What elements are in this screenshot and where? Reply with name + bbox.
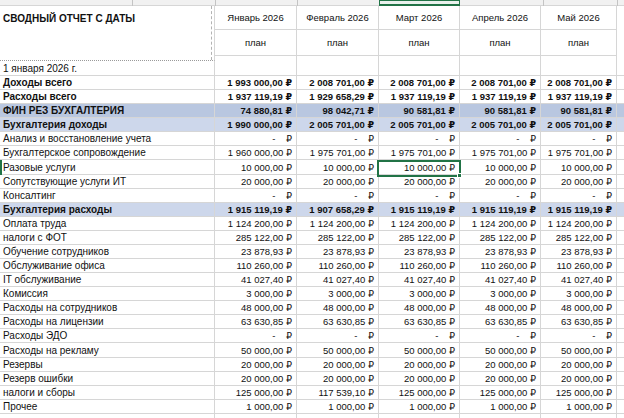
empty-cell[interactable] (617, 245, 624, 259)
value-cell[interactable]: 10 000,00 ₽ (379, 160, 460, 174)
value-cell[interactable]: 20 000,00 ₽ (541, 175, 617, 189)
value-cell[interactable]: 20 000,00 ₽ (297, 358, 379, 372)
empty-cell[interactable] (617, 386, 624, 400)
value-cell[interactable]: 23 878,93 ₽ (541, 245, 617, 259)
value-cell[interactable]: 110 260,00 ₽ (215, 259, 297, 273)
report-title[interactable]: СВОДНЫЙ ОТЧЕТ С ДАТЫ (0, 6, 215, 30)
column-header-month[interactable]: Апрель 2026 (460, 6, 541, 30)
value-cell[interactable]: 3 000,00 ₽ (215, 287, 297, 301)
value-cell[interactable]: 20 000,00 ₽ (215, 358, 297, 372)
value-cell[interactable]: 1 124 200,00 ₽ (215, 217, 297, 231)
empty-cell[interactable] (617, 372, 624, 386)
value-cell[interactable]: 125 000,00 ₽ (379, 386, 460, 400)
empty-cell[interactable] (617, 217, 624, 231)
value-cell[interactable]: 20 000,00 ₽ (297, 175, 379, 189)
row-label[interactable]: Комиссия (0, 287, 215, 301)
value-cell[interactable]: 285 122,00 ₽ (215, 231, 297, 245)
empty-cell[interactable] (617, 231, 624, 245)
row-label[interactable]: Расходы всего (0, 90, 215, 104)
value-cell[interactable]: 20 000,00 ₽ (379, 358, 460, 372)
value-cell[interactable]: 48 000,00 ₽ (379, 301, 460, 315)
value-cell[interactable]: 20 000,00 ₽ (379, 175, 460, 189)
value-cell[interactable]: 285 122,00 ₽ (379, 231, 460, 245)
value-cell[interactable]: - ₽ (215, 132, 297, 146)
value-cell[interactable]: 110 260,00 ₽ (460, 259, 541, 273)
value-cell[interactable]: 20 000,00 ₽ (297, 372, 379, 386)
column-header-month[interactable]: Май 2026 (541, 6, 617, 30)
value-cell[interactable]: 48 000,00 ₽ (297, 301, 379, 315)
value-cell[interactable]: - ₽ (541, 329, 617, 343)
value-cell[interactable]: 2 005 701,00 ₽ (297, 118, 379, 132)
empty-cell[interactable] (617, 60, 624, 76)
value-cell[interactable]: 1 124 200,00 ₽ (379, 217, 460, 231)
value-cell[interactable]: 2 005 701,00 ₽ (460, 118, 541, 132)
column-header-month[interactable]: Февраль 2026 (297, 6, 379, 30)
empty-cell[interactable] (617, 259, 624, 273)
empty-cell[interactable] (617, 287, 624, 301)
value-cell[interactable]: - ₽ (215, 189, 297, 203)
value-cell[interactable]: 1 929 658,29 ₽ (297, 90, 379, 104)
value-cell[interactable]: 1 915 119,19 ₽ (379, 203, 460, 217)
empty-cell[interactable] (617, 104, 624, 118)
value-cell[interactable]: 1 000,00 ₽ (460, 400, 541, 414)
value-cell[interactable]: 110 260,00 ₽ (541, 259, 617, 273)
report-date[interactable]: 1 января 2026 г. (0, 60, 215, 76)
value-cell[interactable]: 3 000,00 ₽ (379, 287, 460, 301)
empty-cell[interactable] (617, 90, 624, 104)
row-label[interactable]: Обслуживание офиса (0, 259, 215, 273)
value-cell[interactable]: 63 630,85 ₽ (541, 315, 617, 329)
value-cell[interactable]: 41 027,40 ₽ (379, 273, 460, 287)
value-cell[interactable]: 50 000,00 ₽ (541, 343, 617, 357)
empty-cell[interactable] (617, 329, 624, 343)
value-cell[interactable]: 125 000,00 ₽ (215, 386, 297, 400)
value-cell[interactable]: 3 000,00 ₽ (460, 287, 541, 301)
empty-cell[interactable] (460, 60, 541, 76)
value-cell[interactable]: 2 008 701,00 ₽ (379, 76, 460, 90)
value-cell[interactable]: - ₽ (297, 132, 379, 146)
value-cell[interactable]: 23 878,93 ₽ (379, 245, 460, 259)
empty-cell[interactable] (617, 301, 624, 315)
row-label[interactable]: Бухгалтерия расходы (0, 203, 215, 217)
value-cell[interactable]: 1 915 119,19 ₽ (541, 203, 617, 217)
value-cell[interactable]: 125 000,00 ₽ (460, 386, 541, 400)
column-header-month[interactable]: Март 2026 (379, 6, 460, 30)
value-cell[interactable]: 41 027,40 ₽ (460, 273, 541, 287)
value-cell[interactable]: 63 630,85 ₽ (297, 315, 379, 329)
value-cell[interactable]: 125 000,00 ₽ (541, 386, 617, 400)
value-cell[interactable]: 98 042,71 ₽ (297, 104, 379, 118)
row-label[interactable]: Обучение сотрудников (0, 245, 215, 259)
value-cell[interactable]: 50 000,00 ₽ (460, 343, 541, 357)
value-cell[interactable]: 1 915 119,19 ₽ (215, 203, 297, 217)
empty-cell[interactable] (617, 76, 624, 90)
value-cell[interactable]: 74 880,81 ₽ (215, 104, 297, 118)
row-label[interactable]: Прочее (0, 400, 215, 414)
value-cell[interactable]: - ₽ (460, 132, 541, 146)
value-cell[interactable]: 1 975 701,00 ₽ (460, 146, 541, 160)
value-cell[interactable]: - ₽ (460, 189, 541, 203)
value-cell[interactable]: 1 975 701,00 ₽ (379, 146, 460, 160)
value-cell[interactable]: 20 000,00 ₽ (215, 372, 297, 386)
value-cell[interactable]: 2 008 701,00 ₽ (541, 76, 617, 90)
value-cell[interactable]: 1 937 119,19 ₽ (460, 90, 541, 104)
value-cell[interactable]: 10 000,00 ₽ (297, 160, 379, 174)
value-cell[interactable]: - ₽ (297, 329, 379, 343)
value-cell[interactable]: 23 878,93 ₽ (460, 245, 541, 259)
value-cell[interactable]: 2 005 701,00 ₽ (379, 118, 460, 132)
value-cell[interactable]: 110 260,00 ₽ (379, 259, 460, 273)
value-cell[interactable]: 63 630,85 ₽ (460, 315, 541, 329)
value-cell[interactable]: - ₽ (541, 189, 617, 203)
empty-cell[interactable] (617, 400, 624, 414)
value-cell[interactable]: 63 630,85 ₽ (215, 315, 297, 329)
value-cell[interactable]: 1 937 119,19 ₽ (541, 90, 617, 104)
value-cell[interactable]: 10 000,00 ₽ (215, 160, 297, 174)
value-cell[interactable]: 41 027,40 ₽ (541, 273, 617, 287)
value-cell[interactable]: 117 539,10 ₽ (297, 386, 379, 400)
value-cell[interactable]: 1 993 000,00 ₽ (215, 76, 297, 90)
value-cell[interactable]: 41 027,40 ₽ (215, 273, 297, 287)
empty-cell[interactable] (617, 343, 624, 357)
value-cell[interactable]: - ₽ (379, 189, 460, 203)
empty-cell[interactable] (617, 30, 624, 56)
value-cell[interactable]: 1 975 701,00 ₽ (541, 146, 617, 160)
value-cell[interactable]: 1 907 658,29 ₽ (297, 203, 379, 217)
row-label[interactable]: налоги с ФОТ (0, 231, 215, 245)
